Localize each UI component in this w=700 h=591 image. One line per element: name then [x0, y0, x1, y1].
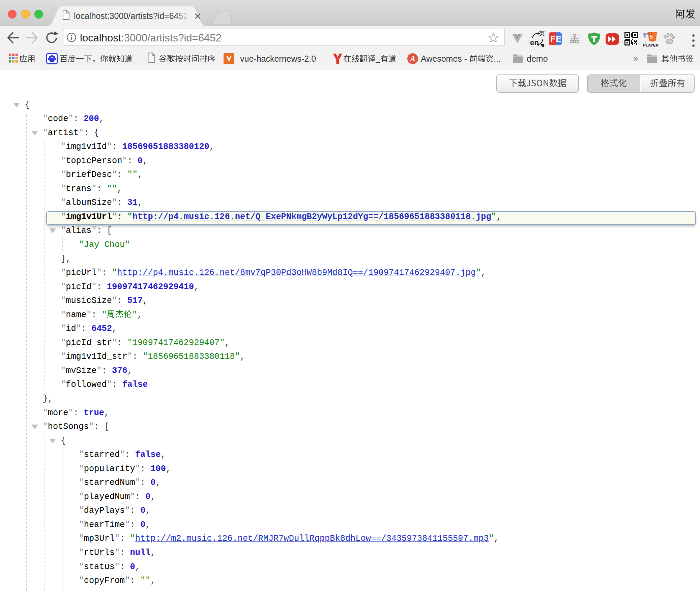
- svg-text:5: 5: [650, 34, 653, 40]
- svg-text:A: A: [409, 54, 415, 63]
- svg-text:E: E: [556, 34, 562, 43]
- svg-text:F: F: [550, 34, 555, 43]
